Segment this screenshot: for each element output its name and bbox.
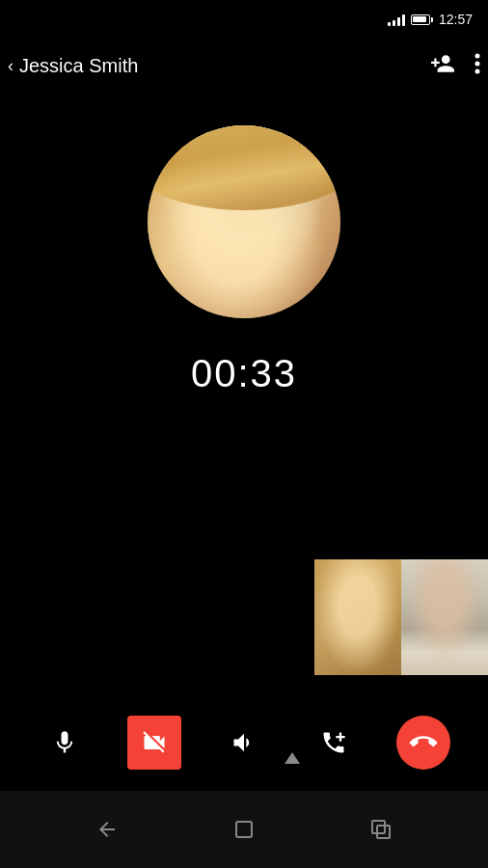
- svg-point-1: [475, 62, 480, 67]
- status-bar: 12:57: [0, 0, 488, 39]
- avatar-face: [148, 125, 340, 318]
- nav-home-button[interactable]: [221, 806, 267, 853]
- status-bar-right: 12:57: [388, 12, 473, 27]
- status-time: 12:57: [439, 12, 473, 27]
- top-bar: ‹ Jessica Smith: [0, 39, 488, 93]
- svg-rect-4: [372, 821, 385, 833]
- call-timer: 00:33: [191, 352, 297, 395]
- more-options-button[interactable]: [474, 51, 480, 80]
- back-button[interactable]: ‹: [8, 56, 14, 76]
- nav-recent-button[interactable]: [358, 806, 404, 853]
- battery-icon: [411, 14, 433, 25]
- video-thumbnail-self: [401, 559, 488, 675]
- controls-bar: [0, 704, 488, 781]
- contact-name: Jessica Smith: [19, 55, 430, 77]
- svg-rect-3: [236, 822, 252, 837]
- top-icons: [430, 51, 480, 80]
- nav-back-button[interactable]: [84, 806, 130, 853]
- add-call-button[interactable]: [307, 716, 361, 770]
- speaker-button[interactable]: [217, 716, 271, 770]
- video-thumbnails: [314, 559, 488, 675]
- signal-icon: [388, 13, 405, 26]
- nav-bar: [0, 791, 488, 868]
- end-call-button[interactable]: [396, 716, 450, 770]
- avatar: [148, 125, 340, 318]
- video-thumbnail-remote: [314, 559, 401, 675]
- add-person-button[interactable]: [430, 51, 455, 80]
- avatar-hat: [148, 125, 340, 231]
- svg-point-2: [475, 69, 480, 74]
- svg-rect-5: [377, 826, 390, 838]
- mute-button[interactable]: [38, 716, 92, 770]
- avatar-image: [148, 125, 340, 318]
- video-off-button[interactable]: [127, 716, 181, 770]
- svg-point-0: [475, 54, 480, 59]
